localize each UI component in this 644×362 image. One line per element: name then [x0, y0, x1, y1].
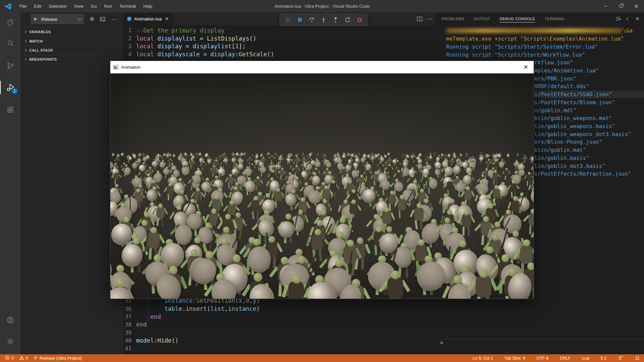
- sidebar-item-explorer[interactable]: [0, 14, 20, 31]
- goblin-figure: [494, 267, 531, 299]
- redacted-path: [446, 28, 622, 33]
- goblin-figure: [202, 273, 239, 299]
- status-language-mode[interactable]: Lua: [581, 356, 591, 361]
- debug-console-input[interactable]: >: [436, 339, 644, 347]
- sidebar-item-run-and-debug[interactable]: 1: [0, 79, 20, 96]
- debug-section-variables[interactable]: VARIABLES: [20, 27, 123, 37]
- menu-bar: FileEditSelectionViewGoRunTerminalHelp: [16, 0, 156, 12]
- menu-item-view[interactable]: View: [70, 0, 87, 12]
- panel-tab-terminal[interactable]: TERMINAL: [544, 15, 565, 22]
- restore-button[interactable]: [613, 0, 629, 12]
- menu-item-edit[interactable]: Edit: [30, 0, 45, 12]
- gear-icon[interactable]: ⚙: [90, 16, 94, 22]
- close-panel-icon[interactable]: ✕: [635, 16, 639, 21]
- line-number[interactable]: 37: [123, 313, 131, 320]
- status-encoding[interactable]: UTF-8: [535, 356, 550, 361]
- goblin-figure: [478, 155, 484, 164]
- chevron-right-icon: [24, 58, 26, 61]
- clear-console-icon[interactable]: ✕: [616, 17, 621, 21]
- status-label: Release (Ultra Project): [40, 356, 82, 361]
- menu-item-go[interactable]: Go: [87, 0, 100, 12]
- goblin-figure: [155, 266, 192, 299]
- pause-button[interactable]: [296, 15, 304, 24]
- console-line: Running script "Scripts/Start/Workflow.l…: [436, 51, 644, 59]
- menu-item-run[interactable]: Run: [100, 0, 116, 12]
- line-number[interactable]: 1: [123, 27, 131, 34]
- more-actions-icon[interactable]: ⋯: [111, 16, 117, 22]
- account-button[interactable]: [0, 312, 20, 328]
- status-cursor-position[interactable]: Ln 9, Col 1: [471, 356, 494, 361]
- debug-console-icon[interactable]: [100, 17, 106, 22]
- panel-tab-output[interactable]: OUTPUT: [474, 15, 490, 22]
- menu-item-selection[interactable]: Selection: [45, 0, 70, 12]
- source-control-icon: [6, 62, 14, 70]
- sidebar-item-search[interactable]: [0, 35, 20, 51]
- menu-item-help[interactable]: Help: [140, 0, 156, 12]
- chevron-right-icon: [24, 40, 26, 43]
- minimize-button[interactable]: [598, 0, 613, 12]
- files-icon: [6, 18, 14, 26]
- toolbar-grip[interactable]: [283, 15, 292, 24]
- line-number[interactable]: 40: [123, 337, 131, 344]
- line-number[interactable]: 36: [123, 306, 131, 312]
- titlebar: FileEditSelectionViewGoRunTerminalHelp A…: [0, 0, 644, 12]
- tab-animation-lua[interactable]: Animation.lua ✕: [123, 12, 173, 25]
- search-icon: [6, 39, 14, 47]
- menu-item-terminal[interactable]: Terminal: [116, 0, 140, 12]
- more-actions-icon[interactable]: ⋯: [427, 16, 433, 22]
- status-debug-play[interactable]: Release (Ultra Project): [32, 356, 83, 361]
- animation-window-close-icon[interactable]: ✕: [524, 61, 528, 73]
- status-lua-version[interactable]: 5.1: [599, 356, 608, 361]
- line-number[interactable]: 4: [123, 51, 131, 58]
- sidebar-item-source-control[interactable]: [0, 58, 20, 74]
- status-error[interactable]: 0: [3, 355, 15, 361]
- animation-viewport[interactable]: [110, 73, 534, 299]
- split-editor-icon[interactable]: [417, 17, 422, 21]
- tab-label: Animation.lua: [134, 16, 162, 21]
- status-indentation[interactable]: Tab Size: 4: [503, 356, 527, 361]
- sidebar-item-extensions[interactable]: [0, 102, 20, 118]
- step-into-button[interactable]: [319, 15, 328, 24]
- goblin-figure: [110, 279, 140, 299]
- restart-button[interactable]: [343, 15, 352, 24]
- code-line: 41: [123, 345, 435, 353]
- panel-tab-problems[interactable]: PROBLEMS: [442, 15, 464, 22]
- status-label: 5.1: [601, 356, 606, 361]
- debug-config-label: Release: [41, 17, 78, 22]
- code-line: 39: [123, 328, 435, 337]
- line-number[interactable]: 2: [123, 35, 131, 42]
- line-number[interactable]: 39: [123, 329, 131, 336]
- step-out-button[interactable]: [331, 15, 340, 24]
- editor-actions: ⋯: [417, 12, 433, 25]
- menu-item-file[interactable]: File: [16, 0, 30, 12]
- close-button[interactable]: ✕: [629, 0, 644, 12]
- status-warning[interactable]: 0: [18, 355, 30, 361]
- goblin-figure: [506, 154, 510, 159]
- debug-config-dropdown[interactable]: Release: [31, 14, 84, 24]
- debug-section-watch[interactable]: WATCH: [20, 37, 123, 46]
- code-line: 40model:Hide(): [123, 337, 435, 345]
- window-controls: ✕: [598, 0, 644, 12]
- animation-window-titlebar[interactable]: Animation ✕: [110, 61, 534, 73]
- panel-tab-debug-console[interactable]: DEBUG CONSOLE: [500, 15, 535, 22]
- status-label: UTF-8: [537, 356, 548, 361]
- status-eol-sequence[interactable]: CRLF: [558, 356, 572, 361]
- animation-window[interactable]: Animation ✕: [110, 61, 534, 299]
- settings-button[interactable]: [0, 333, 20, 349]
- debug-section-breakpoints[interactable]: BREAKPOINTS: [20, 55, 123, 64]
- debug-section-call-stack[interactable]: CALL STACK: [20, 46, 123, 55]
- run-and-debug-sidebar: Release ⚙ ⋯ VARIABLESWATCHCALL STACKBREA…: [20, 12, 123, 354]
- notifications-bell-icon[interactable]: [634, 356, 641, 361]
- stop-icon: [356, 16, 363, 23]
- feedback-icon[interactable]: [616, 356, 625, 361]
- maximize-panel-icon[interactable]: [627, 17, 630, 20]
- tab-close-icon[interactable]: ✕: [165, 16, 169, 21]
- line-number[interactable]: 3: [123, 43, 131, 50]
- step-over-button[interactable]: [307, 15, 316, 24]
- line-number[interactable]: 38: [123, 321, 131, 328]
- goblin-figure: [377, 269, 414, 299]
- start-debugging-icon[interactable]: [34, 17, 37, 21]
- line-number[interactable]: 41: [123, 345, 131, 352]
- stop-button[interactable]: [355, 15, 364, 24]
- goblin-figure: [338, 277, 375, 299]
